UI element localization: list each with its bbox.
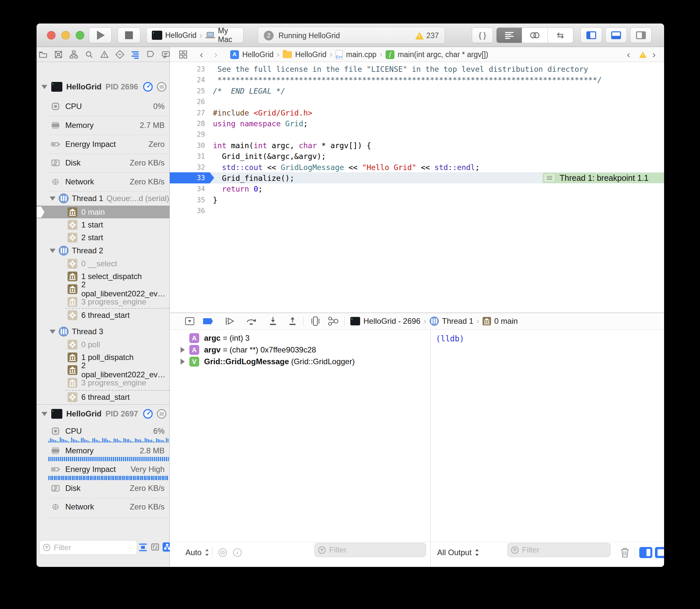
- report-navigator-icon[interactable]: [161, 50, 171, 59]
- thread-row[interactable]: Thread 2: [37, 244, 169, 257]
- gauge-row-cpu[interactable]: CPU0%: [37, 97, 169, 116]
- disclosure-triangle-icon[interactable]: [181, 347, 185, 353]
- memory-graph-button[interactable]: [327, 313, 340, 329]
- console[interactable]: (lldb): [430, 330, 664, 542]
- filter-running-icon[interactable]: [138, 542, 148, 552]
- issue-button[interactable]: [638, 47, 647, 62]
- code-line[interactable]: 27#include <Grid/Grid.h>: [170, 107, 664, 119]
- gauge-row-memory[interactable]: Memory2.8 MB: [37, 443, 169, 458]
- step-over-button[interactable]: [245, 313, 257, 329]
- gauge-indicator-icon[interactable]: [143, 409, 153, 419]
- run-button[interactable]: [89, 28, 112, 43]
- code-snippets-button[interactable]: { }: [472, 28, 493, 43]
- toggle-inspector-button[interactable]: [630, 28, 652, 43]
- line-number[interactable]: 23: [180, 64, 205, 75]
- debug-breadcrumb[interactable]: HelloGrid - 2696 › Thread 1 › 0 main: [350, 313, 518, 329]
- disclosure-triangle-icon[interactable]: [50, 330, 55, 334]
- process-row[interactable]: HelloGridPID 2697: [37, 407, 169, 420]
- warning-counter[interactable]: 237: [415, 31, 439, 40]
- line-number[interactable]: 34: [180, 184, 205, 194]
- line-number[interactable]: 24: [180, 74, 205, 86]
- thread-row[interactable]: Thread 1Queue:...d (serial): [37, 192, 169, 205]
- frame-row[interactable]: 3 progress_engine: [37, 295, 169, 308]
- code-line[interactable]: 24 *************************************…: [170, 74, 664, 86]
- frame-row[interactable]: 2 start: [37, 231, 169, 244]
- debug-thread[interactable]: Thread 1: [442, 317, 474, 326]
- frame-row[interactable]: 2 opal_libevent2022_ev…: [37, 364, 169, 376]
- version-editor-button[interactable]: ⇆: [548, 28, 573, 43]
- frame-row[interactable]: 6 thread_start: [37, 309, 169, 321]
- breadcrumb-project[interactable]: HelloGrid: [242, 50, 274, 59]
- frame-row[interactable]: 3 progress_engine: [37, 376, 169, 389]
- console-filter-input[interactable]: [522, 545, 607, 555]
- breadcrumb-file[interactable]: main.cpp: [346, 50, 376, 59]
- activity-viewer[interactable]: 2 Running HelloGrid 237: [258, 27, 445, 44]
- frame-row[interactable]: 0 main: [37, 206, 169, 218]
- breadcrumb-symbol[interactable]: main(int argc, char * argv[]): [398, 50, 488, 59]
- scheme-selector[interactable]: HelloGrid › My Mac: [146, 28, 243, 43]
- line-number[interactable]: 36: [180, 205, 205, 216]
- line-number[interactable]: 35: [180, 194, 205, 206]
- step-into-button[interactable]: [267, 313, 279, 329]
- minimize-window-button[interactable]: [62, 31, 70, 39]
- breakpoint-navigator-icon[interactable]: [146, 50, 155, 59]
- navigator-filter-input[interactable]: [54, 543, 134, 552]
- thread-row[interactable]: Thread 3: [37, 325, 169, 338]
- symbol-navigator-icon[interactable]: [69, 50, 79, 59]
- source-control-navigator-icon[interactable]: [53, 50, 63, 59]
- gauge-row-cpu[interactable]: CPU6%: [37, 424, 169, 439]
- frame-row[interactable]: 6 thread_start: [37, 391, 169, 403]
- navigator-filter-field[interactable]: [39, 540, 137, 555]
- next-issue-button[interactable]: ›: [652, 47, 655, 62]
- frame-row[interactable]: 0 __select: [37, 257, 169, 270]
- disclosure-triangle-icon[interactable]: [181, 359, 185, 365]
- frame-row[interactable]: 2 opal_libevent2022_ev…: [37, 283, 169, 295]
- line-number[interactable]: 29: [180, 129, 205, 140]
- variables-filter-input[interactable]: [329, 545, 423, 555]
- zoom-window-button[interactable]: [76, 31, 84, 39]
- breakpoints-toggle-button[interactable]: [203, 313, 213, 329]
- code-line[interactable]: 34 return 0;: [170, 184, 664, 194]
- process-row[interactable]: HelloGridPID 2696: [37, 80, 169, 93]
- test-navigator-icon[interactable]: [115, 50, 125, 59]
- line-number[interactable]: 32: [180, 162, 205, 173]
- gauge-row-disk[interactable]: DiskZero KB/s: [37, 153, 169, 172]
- gauge-indicator-icon[interactable]: [143, 82, 153, 92]
- console-filter-field[interactable]: [507, 543, 611, 557]
- line-number[interactable]: 27: [180, 107, 205, 119]
- line-number[interactable]: 31: [180, 151, 205, 162]
- gauge-row-network[interactable]: NetworkZero KB/s: [37, 172, 169, 191]
- code-line[interactable]: 31 Grid_init(&argc,&argv);: [170, 151, 664, 162]
- show-console-button[interactable]: [655, 547, 664, 558]
- code-line[interactable]: 28using namespace Grid;: [170, 118, 664, 129]
- project-navigator-icon[interactable]: [38, 50, 48, 59]
- view-hierarchy-button[interactable]: [309, 313, 321, 329]
- stop-button[interactable]: [118, 28, 140, 43]
- filter-flagged-icon[interactable]: [151, 542, 160, 552]
- code-line[interactable]: Grid_finalize();: [170, 173, 664, 184]
- toggle-debug-area-button[interactable]: [605, 28, 627, 43]
- gauge-row-network[interactable]: NetworkZero KB/s: [37, 499, 169, 515]
- previous-issue-button[interactable]: ‹: [627, 47, 630, 62]
- code-area[interactable]: 23 See the full license in the file "LIC…: [170, 62, 664, 313]
- related-items-button[interactable]: [179, 47, 187, 62]
- threads-indicator-icon[interactable]: [157, 82, 167, 92]
- forward-button[interactable]: ›: [214, 47, 218, 62]
- console-output-selector[interactable]: All Output: [437, 547, 479, 558]
- toggle-navigator-button[interactable]: [581, 28, 602, 43]
- code-line[interactable]: 26: [170, 96, 664, 107]
- frame-row[interactable]: 1 start: [37, 218, 169, 231]
- variable-row[interactable]: Aargv = (char **) 0x7ffee9039c28: [170, 344, 430, 356]
- line-number[interactable]: 28: [180, 118, 205, 129]
- disclosure-triangle-icon[interactable]: [41, 85, 47, 89]
- gauge-row-memory[interactable]: Memory2.7 MB: [37, 116, 169, 135]
- quicklook-button[interactable]: [218, 547, 227, 558]
- back-button[interactable]: ‹: [200, 47, 203, 62]
- code-line[interactable]: 23 See the full license in the file "LIC…: [170, 64, 664, 75]
- hide-debug-area-button[interactable]: [184, 313, 195, 329]
- disclosure-triangle-icon[interactable]: [41, 412, 47, 416]
- close-window-button[interactable]: [47, 31, 55, 39]
- find-navigator-icon[interactable]: [84, 50, 94, 59]
- show-variables-view-button[interactable]: [639, 547, 652, 558]
- code-line[interactable]: 30int main(int argc, char * argv[]) {: [170, 140, 664, 151]
